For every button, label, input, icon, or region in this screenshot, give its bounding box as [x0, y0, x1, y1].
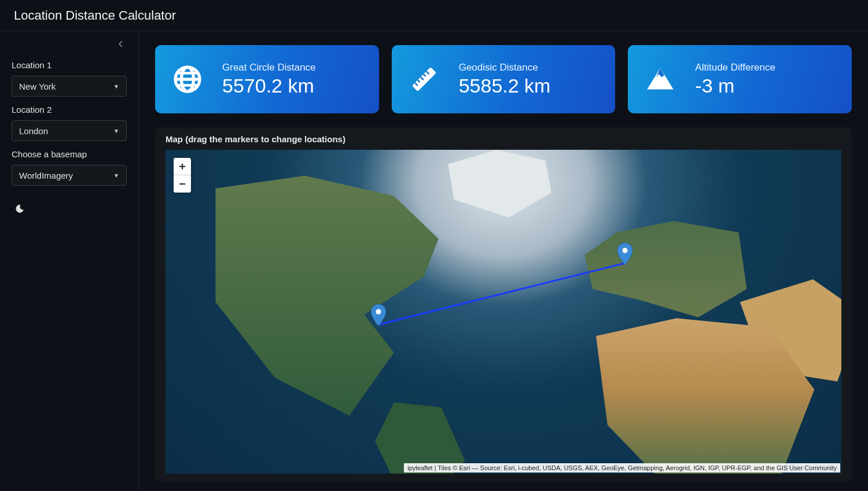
card-geodesic-title: Geodisic Distance — [459, 62, 551, 73]
card-great-circle-value: 5570.2 km — [222, 75, 316, 97]
theme-toggle-button[interactable] — [12, 201, 28, 217]
mountain-icon — [642, 61, 679, 98]
chevron-left-icon — [117, 40, 124, 47]
card-altitude: Altitude Difference -3 m — [628, 45, 852, 113]
basemap-select[interactable]: WorldImagery ▼ — [12, 165, 127, 186]
card-altitude-value: -3 m — [695, 75, 775, 97]
map-attribution: ipyleaflet | Tiles © Esri — Source: Esri… — [404, 463, 840, 472]
moon-icon — [14, 204, 25, 214]
map-panel: Map (drag the markers to change location… — [155, 127, 852, 482]
map-land — [436, 150, 557, 221]
location2-label: Location 2 — [12, 105, 127, 115]
card-great-circle-title: Great Circle Distance — [222, 62, 316, 73]
card-great-circle: Great Circle Distance 5570.2 km — [155, 45, 379, 113]
svg-point-13 — [623, 248, 628, 253]
main-content: Great Circle Distance 5570.2 km — [139, 31, 868, 491]
metric-cards: Great Circle Distance 5570.2 km — [155, 45, 852, 113]
card-altitude-title: Altitude Difference — [695, 62, 775, 73]
location1-value: New York — [19, 82, 56, 91]
ruler-icon — [406, 61, 443, 98]
location1-select[interactable]: New York ▼ — [12, 76, 127, 97]
map-zoom-control: + − — [174, 158, 191, 193]
basemap-value: WorldImagery — [19, 171, 73, 180]
zoom-out-button[interactable]: − — [174, 175, 191, 193]
svg-point-12 — [376, 309, 381, 315]
svg-rect-5 — [412, 67, 436, 91]
sidebar: Location 1 New York ▼ Location 2 London … — [0, 31, 139, 491]
map-title: Map (drag the markers to change location… — [155, 127, 852, 150]
caret-down-icon: ▼ — [113, 172, 119, 179]
page-title: Location Distance Calculator — [14, 8, 176, 23]
location1-label: Location 1 — [12, 60, 127, 70]
globe-icon — [169, 61, 206, 98]
card-geodesic: Geodisic Distance 5585.2 km — [392, 45, 616, 113]
map[interactable]: + − ipyleaflet | Tiles © Esri — Source: … — [165, 150, 841, 474]
basemap-label: Choose a basemap — [12, 149, 127, 159]
card-geodesic-value: 5585.2 km — [459, 75, 551, 97]
app-body: Location 1 New York ▼ Location 2 London … — [0, 31, 868, 491]
caret-down-icon: ▼ — [113, 83, 119, 90]
app-header: Location Distance Calculator — [0, 0, 868, 31]
caret-down-icon: ▼ — [113, 128, 119, 134]
location2-select[interactable]: London ▼ — [12, 120, 127, 141]
zoom-in-button[interactable]: + — [174, 158, 191, 175]
sidebar-collapse-button[interactable] — [115, 38, 127, 50]
map-land — [186, 176, 483, 429]
location2-value: London — [19, 126, 48, 136]
map-marker-location1[interactable] — [371, 304, 386, 326]
map-land — [584, 221, 746, 334]
map-marker-location2[interactable] — [617, 243, 632, 265]
